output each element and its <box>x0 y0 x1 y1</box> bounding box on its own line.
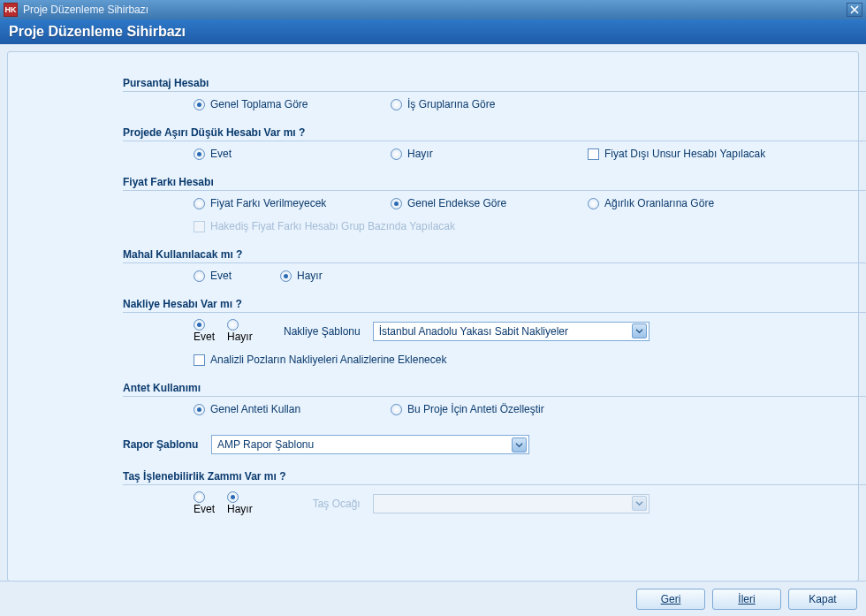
radio-label: Hayır <box>297 270 323 282</box>
chevron-down-icon <box>632 323 647 338</box>
fiyatfarki-opt3[interactable]: Ağırlık Oranlarına Göre <box>588 197 769 209</box>
asiri-opt-hayir[interactable]: Hayır <box>391 148 572 160</box>
wizard-footer: Geri İleri Kapat <box>0 581 866 616</box>
group-tas-label: Taş İşlenebilirlik Zammı Var mı ? <box>123 470 814 483</box>
tas-ocagi-label: Taş Ocağı <box>265 498 361 510</box>
radio-label: Evet <box>194 331 215 343</box>
radio-label: Genel Endekse Göre <box>407 197 506 209</box>
nakliye-opt-hayir[interactable]: Hayır <box>227 319 253 343</box>
analizli-poz-checkbox[interactable]: Analizli Pozların Nakliyeleri Analizleri… <box>194 354 446 366</box>
form-area: Pursantaj Hesabı Genel Toplama Göre İş G… <box>123 65 814 519</box>
rapor-label: Rapor Şablonu <box>123 438 202 451</box>
radio-icon <box>391 198 402 209</box>
group-pursantaj-label: Pursantaj Hesabı <box>123 77 814 89</box>
window-title: Proje Düzenleme Sihirbazı <box>23 4 847 16</box>
antet-opt1[interactable]: Genel Anteti Kullan <box>194 403 375 415</box>
radio-label: İş Gruplarına Göre <box>407 98 495 110</box>
back-button[interactable]: Geri <box>636 589 705 610</box>
radio-icon <box>227 319 239 331</box>
radio-label: Bu Proje İçin Anteti Özelleştir <box>407 403 544 415</box>
checkbox-icon <box>588 148 599 160</box>
radio-icon <box>194 491 205 503</box>
radio-icon <box>194 198 205 209</box>
combo-value: İstanbul Anadolu Yakası Sabit Nakliyeler <box>379 325 632 338</box>
wizard-header: Proje Düzenleme Sihirbazı <box>0 19 866 44</box>
checkbox-icon <box>194 221 205 232</box>
close-button[interactable] <box>847 3 862 17</box>
radio-icon <box>588 198 599 209</box>
close-icon <box>850 5 859 14</box>
radio-icon <box>194 319 205 331</box>
checkbox-label: Analizli Pozların Nakliyeleri Analizleri… <box>210 354 446 366</box>
radio-label: Hayır <box>407 148 433 160</box>
radio-icon <box>194 99 205 110</box>
tas-opt-hayir[interactable]: Hayır <box>227 491 253 515</box>
button-label: İleri <box>738 593 755 605</box>
group-asiri-label: Projede Aşırı Düşük Hesabı Var mı ? <box>123 126 814 139</box>
tas-ocagi-combo <box>373 494 650 513</box>
group-fiyatfarki-label: Fiyat Farkı Hesabı <box>123 176 814 188</box>
pursantaj-opt1[interactable]: Genel Toplama Göre <box>194 98 375 110</box>
wizard-panel: Pursantaj Hesabı Genel Toplama Göre İş G… <box>7 51 859 582</box>
hakedis-grup-checkbox: Hakediş Fiyat Farkı Hesabı Grup Bazında … <box>194 220 462 232</box>
fiyatfarki-opt2[interactable]: Genel Endekse Göre <box>391 197 572 209</box>
radio-label: Genel Anteti Kullan <box>210 403 300 415</box>
radio-icon <box>194 148 205 160</box>
radio-icon <box>391 148 402 160</box>
group-mahal-label: Mahal Kullanılacak mı ? <box>123 248 814 261</box>
mahal-opt-hayir[interactable]: Hayır <box>280 270 351 282</box>
radio-label: Hayır <box>227 503 253 515</box>
titlebar: HK Proje Düzenleme Sihirbazı <box>0 0 866 19</box>
group-nakliye-label: Nakliye Hesabı Var mı ? <box>123 298 814 310</box>
radio-icon <box>194 404 205 415</box>
chevron-down-icon <box>632 496 647 511</box>
checkbox-icon <box>194 354 205 366</box>
antet-opt2[interactable]: Bu Proje İçin Anteti Özelleştir <box>391 403 544 415</box>
button-label: Kapat <box>809 593 836 605</box>
nakliye-opt-evet[interactable]: Evet <box>194 319 215 343</box>
radio-label: Evet <box>210 148 232 160</box>
radio-label: Genel Toplama Göre <box>210 98 308 110</box>
fiyat-disi-checkbox[interactable]: Fiyat Dışı Unsur Hesabı Yapılacak <box>588 148 765 160</box>
rapor-sablon-combo[interactable]: AMP Rapor Şablonu <box>211 435 529 454</box>
radio-icon <box>194 270 205 282</box>
radio-label: Ağırlık Oranlarına Göre <box>604 197 714 209</box>
pursantaj-opt2[interactable]: İş Gruplarına Göre <box>391 98 572 110</box>
chevron-down-icon <box>512 437 527 452</box>
radio-label: Evet <box>210 270 232 282</box>
radio-icon <box>227 491 239 503</box>
radio-label: Hayır <box>227 331 253 343</box>
nakliye-sablon-combo[interactable]: İstanbul Anadolu Yakası Sabit Nakliyeler <box>373 322 650 341</box>
radio-label: Fiyat Farkı Verilmeyecek <box>210 197 326 209</box>
group-antet-label: Antet Kullanımı <box>123 382 814 394</box>
app-icon: HK <box>4 3 18 17</box>
mahal-opt-evet[interactable]: Evet <box>194 270 264 282</box>
nakliye-sablon-label: Nakliye Şablonu <box>265 325 361 338</box>
radio-icon <box>391 404 402 415</box>
next-button[interactable]: İleri <box>712 589 781 610</box>
checkbox-label: Hakediş Fiyat Farkı Hesabı Grup Bazında … <box>210 220 455 232</box>
asiri-opt-evet[interactable]: Evet <box>194 148 375 160</box>
button-label: Geri <box>661 593 681 605</box>
combo-value: AMP Rapor Şablonu <box>217 438 512 451</box>
fiyatfarki-opt1[interactable]: Fiyat Farkı Verilmeyecek <box>194 197 375 209</box>
radio-icon <box>280 270 292 282</box>
close-wizard-button[interactable]: Kapat <box>788 589 857 610</box>
checkbox-label: Fiyat Dışı Unsur Hesabı Yapılacak <box>604 148 765 160</box>
radio-label: Evet <box>194 503 215 515</box>
radio-icon <box>391 99 402 110</box>
tas-opt-evet[interactable]: Evet <box>194 491 215 515</box>
wizard-title: Proje Düzenleme Sihirbazı <box>9 24 186 40</box>
